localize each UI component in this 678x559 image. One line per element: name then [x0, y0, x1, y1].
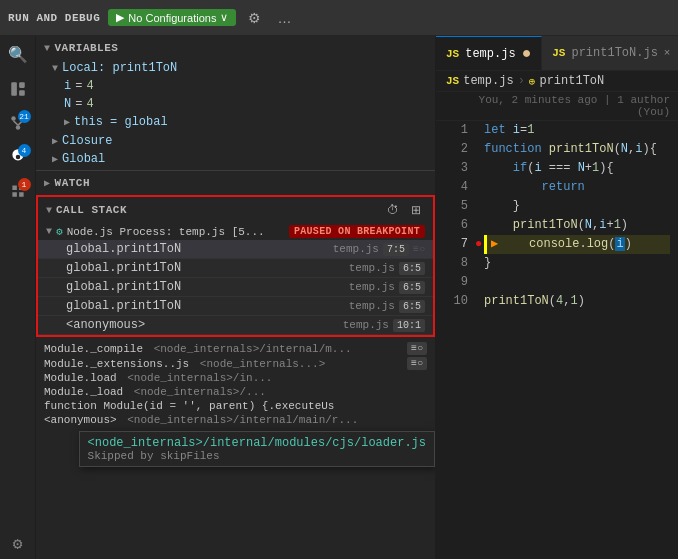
breadcrumb-icon: JS [446, 75, 459, 87]
stack-frame-2[interactable]: global.print1ToN temp.js 6:5 [38, 278, 433, 297]
breadcrumb: JS temp.js › ⊕ print1ToN [436, 71, 678, 92]
top-bar: RUN AND DEBUG ▶ No Configurations ∨ ⚙ … [0, 0, 678, 36]
activity-search[interactable]: 🔍 [3, 40, 33, 70]
closure-label[interactable]: ▶ Closure [36, 132, 435, 150]
module-row-fn[interactable]: function Module(id = '', parent) {.execu… [36, 399, 435, 413]
module-row-extensions[interactable]: Module._extensions..js <node_internals..… [36, 356, 435, 371]
code-line-3: if(i === N+1){ [484, 159, 670, 178]
callstack-more-icon[interactable]: ⊞ [407, 201, 425, 219]
breadcrumb-file[interactable]: temp.js [463, 74, 513, 88]
gear-icon[interactable]: ⚙ [244, 8, 265, 28]
activity-source-control[interactable]: 21 [3, 108, 33, 138]
stack-badge-2: 6:5 [399, 281, 425, 294]
config-label: No Configurations [128, 12, 216, 24]
stack-fn-3: global.print1ToN [66, 299, 345, 313]
code-line-8: } [484, 254, 670, 273]
stack-badge-1: 6:5 [399, 262, 425, 275]
svg-point-3 [11, 116, 16, 121]
chevron-down-icon: ∨ [220, 11, 228, 24]
stack-icon-0: ≡○ [413, 244, 425, 255]
code-line-9 [484, 273, 670, 292]
callstack-title: CALL STACK [56, 204, 379, 216]
tab-close-1[interactable]: × [664, 47, 671, 59]
activity-bar: 🔍 21 4 1 ⚙ [0, 36, 36, 559]
line-num-10: 10 [440, 292, 468, 311]
module-row-load[interactable]: Module.load <node_internals>/in... [36, 371, 435, 385]
svg-rect-1 [19, 82, 25, 88]
callstack-header: ▼ CALL STACK ⏱ ⊞ [38, 197, 433, 223]
code-line-6: print1ToN(N,i+1) [484, 216, 670, 235]
activity-debug[interactable]: 4 [3, 142, 33, 172]
process-chevron[interactable]: ▼ [46, 226, 52, 237]
global-label[interactable]: ▶ Global [36, 150, 435, 168]
breakpoint-dot: ● [476, 235, 482, 254]
breadcrumb-separator: › [518, 74, 525, 88]
code-area: 1 2 3 4 5 6 7 8 9 10 let i=1 function pr… [436, 121, 678, 559]
stack-frame-3[interactable]: global.print1ToN temp.js 6:5 [38, 297, 433, 316]
stack-file-0: temp.js [333, 243, 379, 255]
code-line-1: let i=1 [484, 121, 670, 140]
var-i: i = 4 [36, 77, 435, 95]
tab-js-icon-1: JS [552, 47, 565, 59]
line-num-1: 1 [440, 121, 468, 140]
more-options-icon[interactable]: … [273, 8, 295, 28]
stack-frame-1[interactable]: global.print1ToN temp.js 6:5 [38, 259, 433, 278]
main-layout: 🔍 21 4 1 ⚙ ▼ VARIABLES ▼ [0, 36, 678, 559]
run-play-button[interactable]: ▶ No Configurations ∨ [108, 9, 236, 26]
breadcrumb-symbol-icon: ⊕ [529, 75, 536, 88]
watch-header[interactable]: ▶ WATCH [36, 173, 435, 193]
module-list: Module._compile <node_internals>/interna… [36, 337, 435, 559]
this-label[interactable]: ▶ this = global [36, 113, 435, 131]
svg-point-5 [15, 125, 20, 130]
code-line-7: ● ▶ console.log(i) [484, 235, 670, 254]
callstack-chevron[interactable]: ▼ [46, 205, 52, 216]
svg-rect-0 [11, 82, 17, 96]
tab-label-1: print1ToN.js [571, 46, 657, 60]
run-debug-title: RUN AND DEBUG [8, 12, 100, 24]
this-chevron: ▶ [64, 116, 70, 128]
activity-extensions[interactable]: 1 [3, 176, 33, 206]
module-row-compile[interactable]: Module._compile <node_internals>/interna… [36, 341, 435, 356]
tab-js-icon-0: JS [446, 48, 459, 60]
line-numbers: 1 2 3 4 5 6 7 8 9 10 [436, 121, 476, 559]
tab-label-0: temp.js [465, 47, 515, 61]
line-num-7: 7 [440, 235, 468, 254]
debug-badge: 4 [18, 144, 31, 157]
stack-file-1: temp.js [349, 262, 395, 274]
stack-frame-0[interactable]: global.print1ToN temp.js 7:5 ≡○ [38, 240, 433, 259]
debug-arrow: ▶ [491, 237, 498, 251]
stack-file-3: temp.js [349, 300, 395, 312]
variables-chevron: ▼ [44, 43, 51, 54]
local-label[interactable]: ▼ Local: print1ToN [36, 59, 435, 77]
line-num-4: 4 [440, 178, 468, 197]
stack-file-2: temp.js [349, 281, 395, 293]
process-icon: ⚙ [56, 225, 63, 238]
stack-badge-0: 7:5 [383, 243, 409, 256]
activity-explorer[interactable] [3, 74, 33, 104]
process-row: ▼ ⚙ Node.js Process: temp.js [5... PAUSE… [38, 223, 433, 240]
code-line-2: function print1ToN(N,i){ [484, 140, 670, 159]
module-row-_load[interactable]: Module._load <node_internals>/... [36, 385, 435, 399]
code-line-10: print1ToN(4,1) [484, 292, 670, 311]
callstack-pause-icon[interactable]: ⏱ [383, 201, 403, 219]
breadcrumb-fn[interactable]: print1ToN [539, 74, 604, 88]
stack-fn-0: global.print1ToN [66, 242, 329, 256]
activity-settings[interactable]: ⚙ [3, 529, 33, 559]
tab-print1ton[interactable]: JS print1ToN.js × [542, 36, 678, 70]
stack-frame-4[interactable]: <anonymous> temp.js 10:1 [38, 316, 433, 335]
play-icon: ▶ [116, 11, 124, 24]
tab-temp-js[interactable]: JS temp.js ● [436, 36, 542, 70]
svg-rect-2 [19, 90, 25, 96]
line-num-9: 9 [440, 273, 468, 292]
stack-fn-2: global.print1ToN [66, 280, 345, 294]
module-row-anon[interactable]: <anonymous> <node_internals>/internal/ma… [36, 413, 435, 427]
tooltip-file: <node_internals>/internal/modules/cjs/lo… [88, 436, 426, 450]
watch-title: WATCH [55, 177, 91, 189]
stack-badge-3: 6:5 [399, 300, 425, 313]
code-line-4: return [484, 178, 670, 197]
variables-header[interactable]: ▼ VARIABLES [36, 38, 435, 58]
stack-badge-4: 10:1 [393, 319, 425, 332]
line-num-8: 8 [440, 254, 468, 273]
process-name: Node.js Process: temp.js [5... [67, 226, 265, 238]
line-num-2: 2 [440, 140, 468, 159]
